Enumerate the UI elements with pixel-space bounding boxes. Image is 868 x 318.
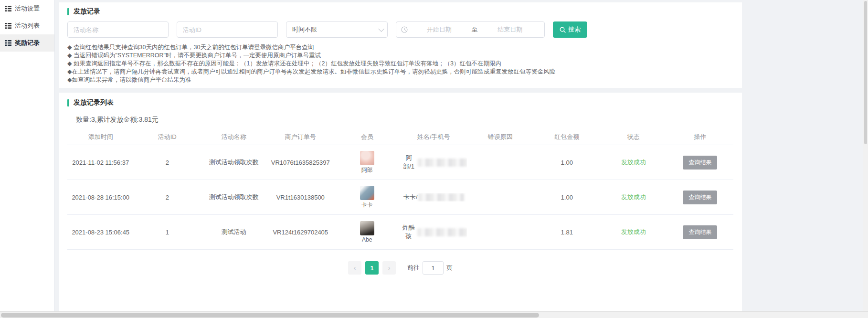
col-name-phone: 姓名/手机号 [401, 133, 467, 141]
cell-activity-name: 测试活动领取次数 [201, 193, 267, 201]
pagination: ‹ 1 › 前往 页 [67, 261, 733, 275]
col-error: 错误原因 [467, 133, 534, 141]
end-date-placeholder[interactable]: 结束日期 [481, 25, 540, 34]
member-nickname: 阿部 [361, 166, 373, 174]
summary-text: 数量:3,累计发放金额:3.81元 [76, 116, 733, 124]
cell-action: 查询结果 [667, 156, 734, 170]
sidebar-item-label: 活动列表 [15, 21, 40, 30]
list-icon [5, 22, 11, 29]
activity-name-input[interactable] [67, 21, 169, 38]
cell-activity-id: 2 [134, 159, 201, 166]
cell-order-no: VR1t1630138500 [267, 194, 334, 201]
member-nickname: 卡卡 [361, 201, 373, 209]
tip-line: ◆ 当返回错误码为"SYSTEMERROR"时，请不要更换商户订单号，一定要使用… [67, 52, 733, 59]
date-separator: 至 [471, 25, 479, 34]
status-badge: 发放成功 [600, 228, 667, 236]
cell-member: 阿部 [334, 151, 401, 174]
sidebar-item-reward-records[interactable]: 奖励记录 [0, 34, 54, 52]
cell-name-phone: 炸酷孩 [401, 223, 467, 241]
search-panel: 发放记录 时间不限 开始日期 至 结束日期 [59, 2, 742, 88]
name-phone-text: 阿部/1 [401, 154, 417, 171]
time-range-select[interactable]: 时间不限 [286, 21, 388, 38]
col-order-no: 商户订单号 [267, 133, 334, 141]
cell-add-time: 2021-11-02 11:56:37 [67, 159, 134, 166]
cell-name-phone: 卡卡/ [401, 193, 467, 201]
search-icon [560, 27, 566, 33]
cell-action: 查询结果 [667, 191, 734, 204]
start-date-placeholder[interactable]: 开始日期 [410, 25, 469, 34]
page-number-1[interactable]: 1 [365, 261, 379, 275]
table-row: 2021-08-28 16:15:00 2 测试活动领取次数 VR1t16301… [67, 180, 733, 215]
activity-id-input[interactable] [177, 21, 278, 38]
cell-order-no: VR124t1629702405 [267, 229, 334, 236]
col-action: 操作 [667, 133, 734, 141]
prev-page-button[interactable]: ‹ [348, 261, 361, 275]
member-avatar [360, 151, 374, 165]
col-member: 会员 [334, 133, 401, 141]
page-unit-label: 页 [446, 264, 453, 272]
sidebar-item-label: 奖励记录 [15, 39, 40, 47]
search-button-label: 搜索 [568, 25, 581, 34]
cell-member: Abe [334, 221, 401, 243]
section-header-record-list: 发放记录列表 [67, 98, 733, 107]
section-header-records: 发放记录 [67, 7, 733, 16]
cell-amount: 1.81 [534, 229, 601, 236]
cell-activity-name: 测试活动领取次数 [201, 158, 267, 167]
col-activity-id: 活动ID [134, 133, 201, 141]
accent-bar [67, 8, 69, 15]
goto-label: 前往 [407, 264, 420, 272]
query-result-button[interactable]: 查询结果 [683, 225, 717, 239]
vertical-scrollbar-thumb[interactable] [864, 1, 867, 144]
table-header-row: 添加时间 活动ID 活动名称 商户订单号 会员 姓名/手机号 错误原因 红包金额… [67, 129, 733, 145]
horizontal-scrollbar[interactable] [0, 311, 868, 318]
cell-activity-name: 测试活动 [201, 228, 267, 236]
tips-block: ◆ 查询红包结果只支持查询30天内的红包订单，30天之前的红包订单请登录微信商户… [67, 43, 733, 84]
col-status: 状态 [600, 133, 667, 141]
status-badge: 发放成功 [600, 158, 667, 167]
cell-add-time: 2021-08-23 15:06:45 [67, 229, 134, 236]
tip-line: ◆如查询结果异常，请以微信商户平台结果为准 [67, 76, 733, 84]
tip-line: ◆在上述情况下，请商户隔几分钟再尝试查询，或者商户可以通过相同的商户订单号再次发… [67, 68, 733, 75]
cell-activity-id: 2 [134, 194, 201, 201]
vertical-scrollbar[interactable] [863, 0, 868, 311]
list-title: 发放记录列表 [74, 98, 114, 107]
filter-row: 时间不限 开始日期 至 结束日期 搜索 [67, 21, 733, 38]
query-result-button[interactable]: 查询结果 [683, 156, 717, 170]
query-result-button[interactable]: 查询结果 [683, 191, 717, 204]
records-table: 添加时间 活动ID 活动名称 商户订单号 会员 姓名/手机号 错误原因 红包金额… [67, 129, 733, 250]
sidebar-item-activity-settings[interactable]: 活动设置 [0, 0, 54, 17]
member-nickname: Abe [362, 236, 372, 243]
accent-bar [67, 99, 69, 106]
sidebar-item-activity-list[interactable]: 活动列表 [0, 17, 54, 34]
col-add-time: 添加时间 [67, 133, 134, 141]
reward-records-page: 活动设置 活动列表 奖励记录 发放记录 [0, 0, 868, 318]
search-button[interactable]: 搜索 [553, 21, 587, 38]
sidebar-item-label: 活动设置 [15, 4, 40, 13]
status-badge: 发放成功 [600, 193, 667, 201]
clock-icon [401, 26, 408, 33]
cell-action: 查询结果 [667, 225, 734, 239]
horizontal-scrollbar-thumb[interactable] [1, 313, 539, 318]
member-avatar [360, 186, 374, 200]
sidebar: 活动设置 活动列表 奖励记录 [0, 0, 55, 311]
redacted-phone [417, 228, 467, 236]
cell-name-phone: 阿部/1 [401, 154, 467, 171]
list-icon [5, 40, 11, 46]
records-list-panel: 发放记录列表 数量:3,累计发放金额:3.81元 添加时间 活动ID 活动名称 … [59, 93, 742, 311]
chevron-down-icon [378, 26, 384, 32]
date-range-picker[interactable]: 开始日期 至 结束日期 [396, 21, 545, 38]
cell-amount: 1.00 [534, 159, 601, 166]
main-content: 发放记录 时间不限 开始日期 至 结束日期 [55, 0, 863, 311]
goto-page-group: 前往 页 [407, 261, 453, 275]
list-icon [5, 5, 11, 12]
col-amount: 红包金额 [534, 133, 601, 141]
table-row: 2021-08-23 15:06:45 1 测试活动 VR124t1629702… [67, 215, 733, 250]
tip-line: ◆ 查询红包结果只支持查询30天内的红包订单，30天之前的红包订单请登录微信商户… [67, 43, 733, 51]
cell-order-no: VR1076t1635825397 [267, 159, 334, 166]
next-page-button[interactable]: › [382, 261, 396, 275]
page-title: 发放记录 [74, 7, 100, 16]
cell-member: 卡卡 [334, 186, 401, 209]
member-avatar [360, 221, 374, 235]
goto-page-input[interactable] [423, 261, 444, 275]
cell-activity-id: 1 [134, 229, 201, 236]
